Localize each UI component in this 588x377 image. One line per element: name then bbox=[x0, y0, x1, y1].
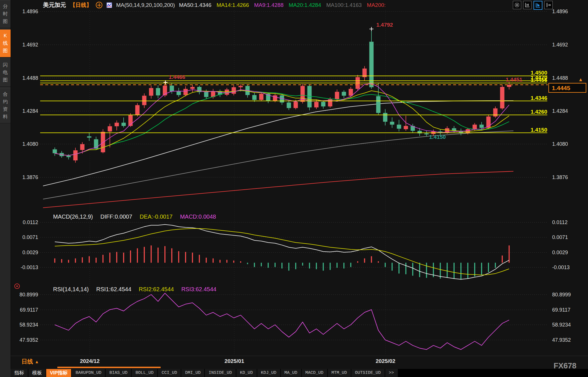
axis-tick-label: 1.3876 bbox=[552, 174, 568, 180]
period-label: 【日线】 bbox=[70, 1, 92, 9]
date-axis-divider bbox=[11, 356, 588, 356]
axis-tick-label: 47.9352 bbox=[11, 337, 38, 343]
date-tick-label: 2025/02 bbox=[376, 358, 396, 364]
indicator-tab-5[interactable]: BOLL_UD bbox=[132, 369, 157, 377]
indicator-tab-15[interactable]: >> bbox=[385, 369, 398, 377]
indicator-tab-0[interactable]: 指标 bbox=[11, 369, 28, 377]
brand-watermark: FX678 bbox=[554, 362, 577, 370]
axis-tick-label: 1.4692 bbox=[11, 42, 38, 48]
ma-legend: MA50:1.4346MA14:1.4266MA9:1.4288MA20:1.4… bbox=[179, 2, 386, 8]
sidebar-item-0[interactable]: 分时图 bbox=[0, 0, 11, 28]
axis-tick-label: 1.4692 bbox=[552, 42, 568, 48]
macd-title: MACD(26,12,9) bbox=[53, 213, 93, 220]
ma-legend-item: MA200: bbox=[367, 2, 385, 8]
axis-tick-label: -0.0013 bbox=[552, 264, 570, 271]
axis-tick-label: 0.0029 bbox=[11, 249, 38, 256]
axis-tick-label: 69.9117 bbox=[11, 307, 38, 313]
axis-tick-label: 0.0112 bbox=[11, 219, 38, 226]
rsi2-value: RSI2:62.4544 bbox=[139, 286, 174, 293]
pivot-price-label: 1.4466 bbox=[169, 74, 185, 80]
sidebar-item-2[interactable]: 闪电图 bbox=[0, 59, 11, 87]
indicator-tab-bar: 指标模板VIP指标BARUPDN_UDBIAS_UDBOLL_UDCCI_UDD… bbox=[11, 369, 588, 377]
macd-dea-value: DEA:-0.0017 bbox=[140, 213, 173, 220]
macd-macd-value: MACD:0.0048 bbox=[180, 213, 216, 220]
yellow-level-label: 1.4346 bbox=[531, 95, 547, 101]
sidebar: 分时图K线图闪电图合约资料 bbox=[0, 0, 11, 377]
timeframe-dropdown-icon: ▲ bbox=[35, 359, 39, 364]
axis-tick-label: 0.0071 bbox=[11, 234, 38, 240]
indicator-tab-13[interactable]: MTM_UD bbox=[328, 369, 351, 377]
sidebar-item-1[interactable]: K线图 bbox=[0, 29, 11, 57]
indicator-tab-4[interactable]: BIAS_UD bbox=[106, 369, 131, 377]
ma-legend-item: MA9:1.4288 bbox=[254, 2, 283, 8]
price-up-arrow-icon: ▲ bbox=[578, 77, 583, 83]
chart-toolbar bbox=[513, 1, 553, 10]
sidebar-item-3[interactable]: 合约资料 bbox=[0, 88, 11, 123]
axis-tick-label: 80.8999 bbox=[11, 292, 38, 298]
axis-tick-label: 1.3876 bbox=[11, 174, 38, 180]
ma-legend-item: MA100:1.4163 bbox=[326, 2, 362, 8]
axis-tick-label: 0.0112 bbox=[552, 219, 568, 226]
macd-diff-value: DIFF:0.0007 bbox=[100, 213, 132, 220]
axis-tick-label: 1.4488 bbox=[552, 75, 568, 81]
axis-tick-label: 1.4284 bbox=[11, 108, 38, 114]
indicator-tab-1[interactable]: 模板 bbox=[28, 369, 46, 377]
rsi-header: RSI(14,14,14) RSI1:62.4544 RSI2:62.4544 … bbox=[53, 286, 217, 293]
axis-tick-label: -0.0013 bbox=[11, 264, 38, 271]
indicator-tab-12[interactable]: MACD_UD bbox=[302, 369, 327, 377]
pivot-price-label: 1.4792 bbox=[376, 22, 393, 28]
indicator-tab-11[interactable]: MA_UD bbox=[281, 369, 301, 377]
axis-tick-label: 1.4488 bbox=[11, 75, 38, 81]
date-tick-label: 2024/12 bbox=[80, 358, 100, 364]
timeframe-selector[interactable]: 日线 ▲ bbox=[22, 358, 39, 366]
rsi-marker-icon bbox=[14, 283, 20, 289]
symbol-title: 美元加元 bbox=[43, 1, 66, 9]
auto-scroll-icon[interactable] bbox=[534, 1, 542, 10]
axis-tick-label: 1.4080 bbox=[552, 141, 568, 147]
axis-tick-label: 58.9234 bbox=[11, 322, 38, 328]
axis-tick-label: 0.0029 bbox=[552, 249, 568, 256]
shift-right-icon[interactable] bbox=[544, 1, 553, 9]
axis-tick-label: 69.9117 bbox=[552, 307, 571, 313]
ma-legend-item: MA14:1.4266 bbox=[217, 2, 249, 8]
pan-icon[interactable] bbox=[513, 1, 521, 9]
candlestick-chart-canvas[interactable] bbox=[0, 0, 588, 377]
rsi3-value: RSI3:62.4544 bbox=[181, 286, 216, 293]
horizontal-scrollbar-thumb[interactable] bbox=[57, 367, 161, 368]
yellow-level-label: 1.4456 bbox=[531, 77, 547, 83]
axis-tick-label: 0.0071 bbox=[552, 234, 568, 240]
ma-parameters: MA(50,14,9,20,100,200) bbox=[116, 2, 175, 8]
axis-tick-label: 1.4896 bbox=[11, 8, 38, 15]
axis-tick-label: 47.9352 bbox=[552, 337, 571, 343]
indicator-tab-6[interactable]: CCI_UD bbox=[158, 369, 181, 377]
indicator-tab-2[interactable]: VIP指标 bbox=[46, 369, 71, 377]
axis-tick-label: 1.4284 bbox=[552, 108, 568, 114]
indicator-tab-9[interactable]: KD_UD bbox=[236, 369, 257, 377]
indicator-tab-7[interactable]: DMI_UD bbox=[181, 369, 204, 377]
chart-thumbnail-icon bbox=[106, 2, 112, 8]
add-indicator-icon[interactable] bbox=[96, 2, 102, 8]
axis-tick-label: 80.8999 bbox=[552, 292, 571, 298]
axis-tick-label: 58.9234 bbox=[552, 322, 571, 328]
date-tick-label: 2025/01 bbox=[225, 358, 244, 364]
indicator-tab-14[interactable]: OUTSIDE_UD bbox=[351, 369, 385, 377]
axis-scale-icon[interactable] bbox=[523, 1, 531, 9]
indicator-tab-3[interactable]: BARUPDN_UD bbox=[72, 369, 105, 377]
yellow-level-label: 1.4260 bbox=[531, 109, 547, 115]
rsi1-value: RSI1:62.4544 bbox=[96, 286, 131, 293]
macd-header: MACD(26,12,9) DIFF:0.0007 DEA:-0.0017 MA… bbox=[53, 213, 216, 220]
yellow-level-label: 1.4150 bbox=[531, 127, 547, 133]
current-price-badge: 1.4445 bbox=[548, 83, 586, 93]
ma-legend-item: MA50:1.4346 bbox=[179, 2, 211, 8]
axis-tick-label: 1.4896 bbox=[552, 8, 568, 15]
pivot-price-label: 1.4150 bbox=[429, 134, 446, 140]
axis-tick-label: 1.4080 bbox=[11, 141, 38, 147]
rsi-title: RSI(14,14,14) bbox=[53, 286, 89, 293]
ma-legend-item: MA20:1.4284 bbox=[289, 2, 321, 8]
indicator-tab-10[interactable]: KDJ_UD bbox=[257, 369, 280, 377]
indicator-tab-8[interactable]: INSIDE_UD bbox=[205, 369, 235, 377]
pivot-price-label: 1.4451 bbox=[506, 77, 522, 83]
chart-header: 美元加元 【日线】 MA(50,14,9,20,100,200) MA50:1.… bbox=[43, 1, 386, 9]
timeframe-label: 日线 bbox=[22, 358, 33, 366]
